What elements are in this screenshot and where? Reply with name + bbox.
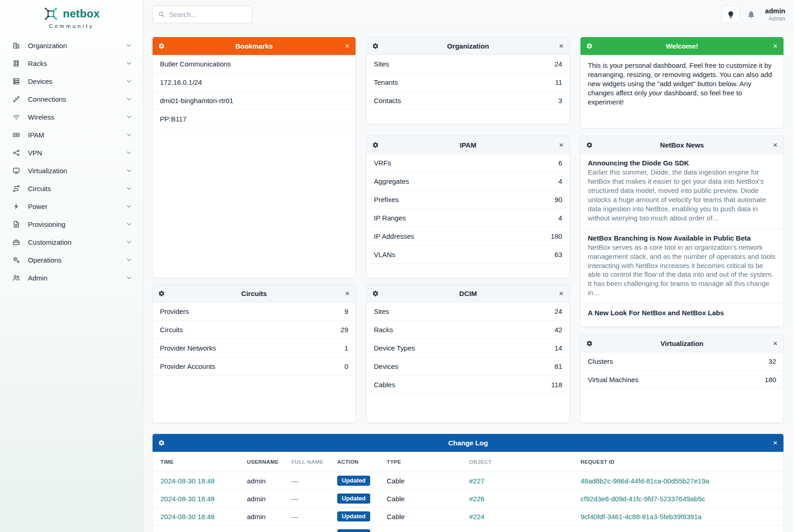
stat-label-link[interactable]: IP Ranges [374, 214, 406, 222]
updated-badge[interactable]: Updated [337, 511, 370, 521]
updated-badge[interactable]: Updated [337, 494, 370, 504]
bookmark-item[interactable]: dmi01-binghamton-rtr01 [153, 92, 356, 110]
stat-label-link[interactable]: Virtual Machines [588, 376, 639, 384]
change-type: Cable [387, 477, 469, 485]
change-time-link[interactable]: 2024-08-30 18:48 [160, 513, 247, 521]
sidebar: netbox Community Organization Racks Devi… [0, 0, 143, 532]
sidebar-item-circuits[interactable]: Circuits [0, 180, 143, 197]
sidebar-item-connections[interactable]: Connections [0, 90, 143, 108]
widget-config-icon[interactable] [372, 142, 379, 148]
news-item-summary: NetBox serves as a core tool in an organ… [588, 243, 776, 298]
ipam-widget-header: IPAM × [367, 136, 569, 154]
stat-label-link[interactable]: Sites [374, 307, 389, 315]
close-icon[interactable]: × [773, 141, 778, 149]
change-object-link[interactable]: #224 [469, 531, 580, 532]
bookmark-item[interactable]: 172.16.0.1/24 [153, 73, 356, 92]
bookmark-label: Butler Communications [160, 60, 231, 68]
stat-label-link[interactable]: Clusters [588, 357, 613, 365]
news-item-title-link[interactable]: NetBox Branching is Now Available in Pub… [588, 234, 776, 242]
change-request-id-link[interactable]: cf92d3e6-d09d-41fc-9fd7-52337649ab5c [580, 495, 776, 503]
dcim-stats: Sites24 Racks42 Device Types14 Devices81… [367, 302, 569, 394]
bookmark-item[interactable]: Butler Communications [153, 55, 356, 73]
change-object-link[interactable]: #227 [469, 477, 580, 485]
theme-toggle-button[interactable] [722, 5, 740, 23]
close-icon[interactable]: × [773, 340, 778, 347]
stat-label-link[interactable]: Prefixes [374, 196, 399, 203]
widget-config-icon[interactable] [372, 290, 379, 297]
stat-label-link[interactable]: VLANs [374, 251, 395, 258]
dashboard-column-2: Organization × Sites24 Tenants11 Contact… [366, 37, 570, 423]
close-icon[interactable]: × [773, 439, 778, 447]
change-type: Cable [387, 495, 469, 503]
widget-config-icon[interactable] [158, 439, 165, 446]
widget-config-icon[interactable] [586, 43, 593, 49]
close-icon[interactable]: × [559, 141, 564, 149]
search-box[interactable] [152, 5, 252, 23]
brand-block[interactable]: netbox Community [0, 0, 143, 29]
close-icon[interactable]: × [345, 290, 350, 297]
close-icon[interactable]: × [559, 290, 564, 297]
news-item-title-link[interactable]: Announcing the Diode Go SDK [588, 159, 776, 167]
stat-label-link[interactable]: Cables [374, 381, 395, 389]
stat-label-link[interactable]: Aggregates [374, 177, 409, 185]
stat-label-link[interactable]: Providers [160, 307, 189, 315]
updated-badge[interactable]: Updated [337, 529, 370, 532]
welcome-widget: Welcome! × This is your personal dashboa… [580, 37, 784, 128]
close-icon[interactable]: × [345, 42, 350, 50]
change-request-id-link[interactable]: 7a3c4c3a-aac0-47f2-896f-f89391c097c3 [580, 531, 776, 532]
widget-config-icon[interactable] [586, 142, 593, 148]
sidebar-item-provisioning[interactable]: Provisioning [0, 215, 143, 233]
sidebar-item-virtualization[interactable]: Virtualization [0, 162, 143, 180]
sidebar-item-organization[interactable]: Organization [0, 37, 143, 55]
stat-row: Sites24 [367, 55, 569, 73]
stat-label-link[interactable]: Devices [374, 362, 398, 370]
sidebar-item-wireless[interactable]: Wireless [0, 108, 143, 126]
search-input[interactable] [169, 11, 246, 18]
sidebar-item-ipam[interactable]: IPAM [0, 126, 143, 144]
news-item-title-link[interactable]: A New Look For NetBox and NetBox Labs [588, 309, 776, 317]
stat-label-link[interactable]: Provider Accounts [160, 362, 215, 370]
close-icon[interactable]: × [773, 42, 778, 50]
sidebar-item-admin[interactable]: Admin [0, 269, 143, 287]
stat-label-link[interactable]: Circuits [160, 326, 183, 334]
stat-label-link[interactable]: Tenants [374, 78, 398, 86]
stat-label-link[interactable]: IP Addresses [374, 232, 414, 240]
organization-widget-header: Organization × [367, 37, 569, 55]
sidebar-item-racks[interactable]: Racks [0, 55, 143, 72]
widget-config-icon[interactable] [586, 340, 593, 347]
stat-label-link[interactable]: VRFs [374, 159, 391, 167]
change-time-link[interactable]: 2024-08-30 18:48 [160, 477, 247, 485]
change-time-link[interactable]: 2024-08-30 18:48 [160, 495, 247, 503]
user-menu[interactable]: admin Admin [765, 7, 785, 22]
stat-label-link[interactable]: Provider Networks [160, 344, 216, 352]
sidebar-item-power[interactable]: Power [0, 197, 143, 215]
stat-value: 180 [765, 376, 776, 384]
stat-row: VRFs6 [367, 154, 569, 172]
sidebar-item-devices[interactable]: Devices [0, 72, 143, 90]
stat-label-link[interactable]: Racks [374, 326, 393, 334]
lightning-bolt-icon [12, 203, 20, 210]
bookmark-item[interactable]: PP:B117 [153, 110, 356, 128]
change-time-link[interactable]: 2024-08-30 18:47 [160, 531, 247, 532]
chevron-down-icon [126, 115, 131, 119]
widget-config-icon[interactable] [158, 43, 165, 49]
widget-config-icon[interactable] [158, 290, 165, 297]
stat-label-link[interactable]: Device Types [374, 344, 415, 352]
sidebar-item-label: Organization [28, 42, 119, 49]
stat-label-link[interactable]: Contacts [374, 97, 401, 104]
sidebar-item-customization[interactable]: Customization [0, 233, 143, 251]
brand-tagline: Community [0, 23, 143, 29]
change-type: Cable [387, 513, 469, 521]
change-object-link[interactable]: #224 [469, 513, 580, 521]
sidebar-item-operations[interactable]: Operations [0, 251, 143, 269]
updated-badge[interactable]: Updated [337, 476, 370, 486]
change-log-row: 2024-08-30 18:48 admin — Updated Cable #… [153, 507, 783, 525]
change-request-id-link[interactable]: 48ad8b2c-986d-44fd-81ca-00d55b27e19a [580, 477, 776, 485]
sidebar-item-vpn[interactable]: VPN [0, 144, 143, 162]
change-request-id-link[interactable]: 9cf40fdf-3461-4c88-81a3-5feb39f8391a [580, 513, 776, 521]
close-icon[interactable]: × [559, 42, 564, 50]
notifications-button[interactable] [747, 10, 756, 19]
widget-config-icon[interactable] [372, 43, 379, 49]
stat-label-link[interactable]: Sites [374, 60, 389, 68]
change-object-link[interactable]: #226 [469, 495, 580, 503]
